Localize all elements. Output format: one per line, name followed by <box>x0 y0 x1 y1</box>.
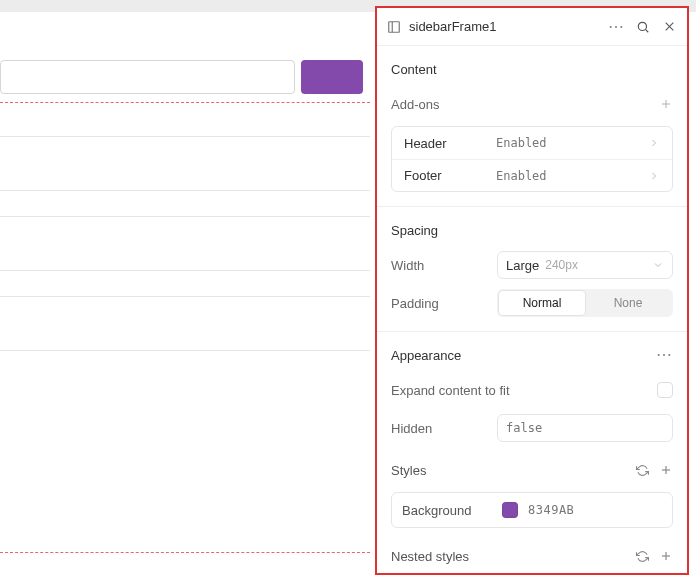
padding-option-none[interactable]: None <box>585 291 671 315</box>
panel-title: sidebarFrame1 <box>409 19 600 34</box>
divider <box>0 296 370 297</box>
divider <box>0 216 370 217</box>
color-hex: 8349AB <box>528 503 574 517</box>
expand-label: Expand content to fit <box>391 383 647 398</box>
expand-checkbox[interactable] <box>657 382 673 398</box>
divider <box>0 136 370 137</box>
add-addon-button[interactable] <box>659 97 673 111</box>
chevron-right-icon <box>648 137 660 149</box>
width-meta: 240px <box>545 258 578 272</box>
width-label: Width <box>391 258 487 273</box>
padding-label: Padding <box>391 296 487 311</box>
close-icon[interactable] <box>661 19 677 35</box>
nested-styles-label: Nested styles <box>391 549 626 564</box>
section-content: Content Add-ons Header Enabled Foo <box>377 46 687 207</box>
section-spacing: Spacing Width Large 240px Padding Normal… <box>377 207 687 332</box>
divider <box>0 350 370 351</box>
styles-label: Styles <box>391 463 626 478</box>
addon-value: Enabled <box>496 136 648 150</box>
section-title: Spacing <box>391 223 438 238</box>
section-title: Content <box>391 62 437 77</box>
divider <box>0 190 370 191</box>
inspector-panel: sidebarFrame1 ⋯ Content Add-ons <box>375 6 689 575</box>
svg-rect-0 <box>389 21 400 32</box>
add-nested-button[interactable] <box>659 549 673 563</box>
chevron-right-icon <box>648 170 660 182</box>
section-appearance: Appearance ⋯ Expand content to fit Hidde… <box>377 332 687 575</box>
chevron-down-icon <box>652 259 664 271</box>
refresh-styles-button[interactable] <box>636 464 649 477</box>
canvas-area <box>0 12 370 572</box>
addons-list: Header Enabled Footer Enabled <box>391 126 673 192</box>
appearance-more-button[interactable]: ⋯ <box>656 347 673 363</box>
refresh-nested-button[interactable] <box>636 550 649 563</box>
canvas-text-input[interactable] <box>0 60 295 94</box>
hidden-label: Hidden <box>391 421 487 436</box>
guide-line <box>0 102 370 103</box>
padding-option-normal[interactable]: Normal <box>499 291 585 315</box>
width-select[interactable]: Large 240px <box>497 251 673 279</box>
addon-row-footer[interactable]: Footer Enabled <box>392 159 672 191</box>
guide-line <box>0 552 370 553</box>
add-style-button[interactable] <box>659 463 673 477</box>
section-title: Appearance <box>391 348 461 363</box>
frame-icon <box>387 20 401 34</box>
addons-label: Add-ons <box>391 97 487 112</box>
svg-line-3 <box>646 29 649 32</box>
padding-segmented: Normal None <box>497 289 673 317</box>
addon-label: Header <box>404 136 496 151</box>
width-value: Large <box>506 258 539 273</box>
style-label: Background <box>402 503 492 518</box>
hidden-input[interactable] <box>497 414 673 442</box>
svg-point-2 <box>638 22 646 30</box>
addon-label: Footer <box>404 168 496 183</box>
divider <box>0 270 370 271</box>
addon-value: Enabled <box>496 169 648 183</box>
color-swatch[interactable] <box>502 502 518 518</box>
panel-more-button[interactable]: ⋯ <box>608 19 625 35</box>
addon-row-header[interactable]: Header Enabled <box>392 127 672 159</box>
style-row-background[interactable]: Background 8349AB <box>391 492 673 528</box>
panel-header: sidebarFrame1 ⋯ <box>377 8 687 46</box>
search-icon[interactable] <box>635 19 651 35</box>
canvas-primary-button[interactable] <box>301 60 363 94</box>
